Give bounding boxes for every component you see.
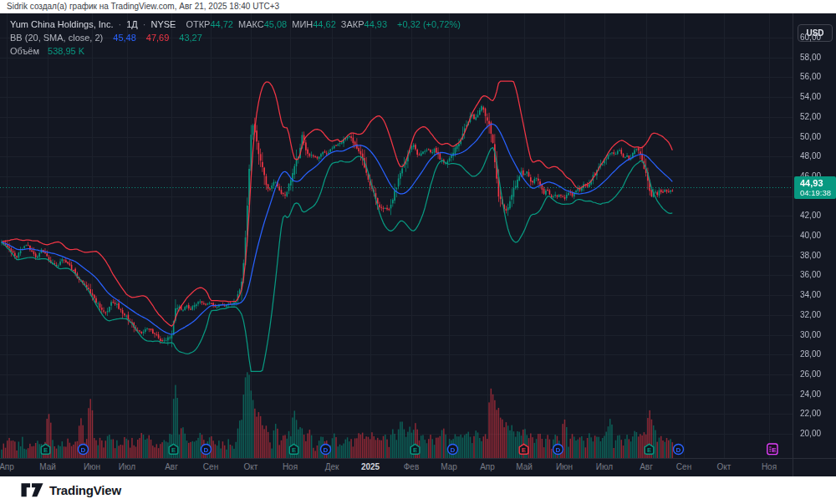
svg-text:D: D: [324, 446, 329, 454]
dividend-badge[interactable]: D: [672, 443, 686, 456]
earnings-badge[interactable]: E: [288, 443, 302, 456]
exchange-label: NYSE: [150, 18, 176, 31]
legend-bb-row[interactable]: BB (20, SMA, close, 2) 45,48 47,69 43,27: [10, 31, 461, 44]
price-tick-label: 48,00: [800, 151, 821, 161]
session-countdown: 04:19:38: [800, 188, 836, 197]
svg-text:E: E: [522, 446, 526, 454]
ohlc-field-value: 45,08: [264, 19, 288, 29]
svg-text:E: E: [292, 446, 296, 454]
svg-text:D: D: [81, 446, 86, 454]
ohlc-field-мин: МИН44,62: [292, 19, 336, 29]
interval-label[interactable]: 1Д: [126, 18, 138, 31]
bb-lower-value: 43,27: [179, 32, 202, 44]
upcoming-earnings-badge[interactable]: E: [764, 443, 778, 456]
ohlc-field-label: ЗАКР: [341, 19, 364, 29]
legend-symbol-row[interactable]: Yum China Holdings, Inc. · 1Д · NYSE ОТК…: [10, 18, 461, 31]
dividend-badge[interactable]: D: [319, 443, 334, 456]
volume-value: 538,95 K: [48, 45, 84, 58]
price-tick-label: 28,00: [800, 349, 821, 359]
tradingview-logo-icon: [21, 483, 43, 497]
price-tick-label: 38,00: [800, 251, 821, 261]
ohlc-field-label: МАКС: [238, 19, 264, 29]
separator-dot: ·: [143, 18, 146, 31]
ohlc-field-value: 44,93: [364, 19, 388, 29]
tradingview-snapshot: Sidrik создал(а) график на TradingView.c…: [0, 0, 836, 504]
chart-area: Yum China Holdings, Inc. · 1Д · NYSE ОТК…: [0, 13, 836, 476]
svg-text:E: E: [43, 446, 48, 454]
earnings-badge[interactable]: E: [517, 443, 532, 456]
svg-text:E: E: [647, 446, 651, 454]
svg-text:D: D: [556, 446, 561, 454]
ohlc-field-макс: МАКС45,08: [238, 19, 287, 29]
price-tick-label: 52,00: [800, 112, 821, 122]
snapshot-attribution-text: Sidrik создал(а) график на TradingView.c…: [7, 2, 279, 11]
price-tick-label: 32,00: [800, 310, 821, 320]
dividend-badge[interactable]: D: [200, 443, 214, 456]
svg-text:D: D: [204, 446, 209, 454]
price-tick-label: 40,00: [800, 231, 821, 241]
price-axis[interactable]: USD 44,93 04:19:38 60,0058,0056,0054,005…: [793, 13, 836, 476]
ohlc-field-откр: ОТКР44,72: [186, 19, 233, 29]
svg-text:D: D: [676, 446, 681, 454]
separator-dot: ·: [119, 18, 122, 31]
svg-text:E: E: [772, 446, 777, 454]
earnings-badge[interactable]: E: [39, 443, 54, 456]
ohlc-field-label: МИН: [292, 19, 313, 29]
svg-text:E: E: [413, 446, 417, 454]
price-tick-label: 60,00: [800, 33, 821, 43]
price-tick-label: 20,00: [800, 429, 821, 439]
price-tick-label: 26,00: [800, 369, 821, 379]
earnings-badge[interactable]: E: [409, 443, 423, 456]
ohlc-field-value: 44,62: [313, 19, 336, 29]
event-badges-layer: EDEDEDEDEDEDE: [0, 13, 793, 476]
dividend-badge[interactable]: D: [446, 443, 461, 456]
bb-indicator-label[interactable]: BB (20, SMA, close, 2): [10, 32, 103, 44]
dividend-badge[interactable]: D: [552, 443, 566, 456]
last-price-value: 44,93: [800, 178, 836, 188]
price-tick-label: 42,00: [800, 211, 821, 221]
price-tick-label: 54,00: [800, 92, 821, 102]
volume-label[interactable]: Объём: [10, 45, 39, 58]
legend-volume-row[interactable]: Объём 538,95 K: [10, 44, 461, 58]
chart-legend: Yum China Holdings, Inc. · 1Д · NYSE ОТК…: [10, 18, 461, 58]
price-tick-label: 30,00: [800, 330, 821, 340]
change-value: +0,32 (+0,72%): [397, 18, 461, 31]
price-tick-label: 58,00: [800, 53, 821, 63]
price-tick-label: 22,00: [800, 409, 821, 419]
price-tick-label: 34,00: [800, 290, 821, 300]
price-tick-label: 36,00: [800, 270, 821, 280]
ohlc-field-label: ОТКР: [186, 19, 210, 29]
earnings-badge[interactable]: E: [643, 443, 657, 456]
ohlc-field-value: 44,72: [210, 19, 233, 29]
price-tick-label: 50,00: [800, 132, 821, 142]
ohlc-field-закр: ЗАКР44,93: [341, 19, 387, 29]
tradingview-brand-text: TradingView: [49, 483, 121, 497]
svg-text:D: D: [451, 446, 456, 454]
tradingview-brand-link[interactable]: TradingView: [21, 483, 121, 497]
price-tick-label: 24,00: [800, 389, 821, 400]
bb-basis-value: 45,48: [113, 32, 136, 44]
snapshot-footer: TradingView: [0, 476, 836, 504]
last-price-label: 44,93 04:19:38: [794, 176, 836, 199]
snapshot-header: Sidrik создал(а) график на TradingView.c…: [0, 0, 836, 13]
price-tick-label: 56,00: [800, 72, 821, 82]
symbol-title[interactable]: Yum China Holdings, Inc.: [10, 18, 114, 31]
bb-upper-value: 47,69: [146, 32, 170, 44]
ohlc-values: ОТКР44,72МАКС45,08МИН44,62ЗАКР44,93: [181, 18, 387, 31]
svg-text:E: E: [171, 446, 176, 454]
dividend-badge[interactable]: D: [77, 443, 91, 456]
earnings-badge[interactable]: E: [167, 443, 181, 456]
